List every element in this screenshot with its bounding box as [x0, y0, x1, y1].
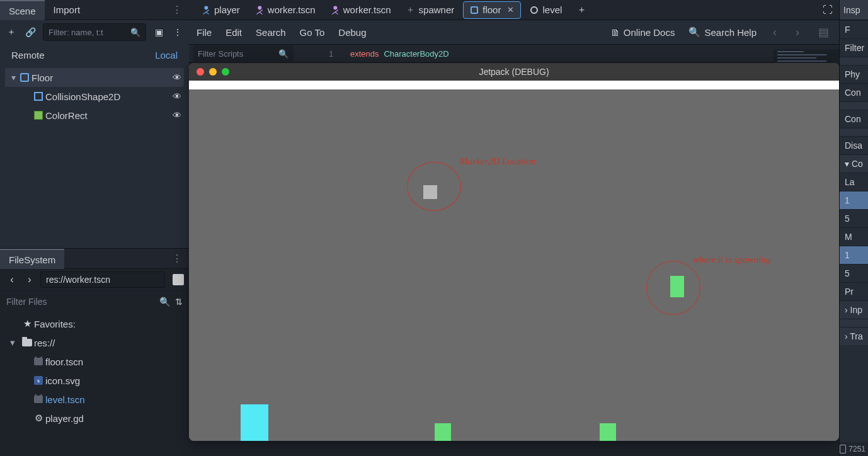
scene-filter-input[interactable]: Filter: name, t:t 🔍	[43, 23, 146, 41]
scene-tree: ▾Floor👁CollisionShape2D👁ColorRect👁	[0, 66, 189, 248]
local-tab[interactable]: Local	[155, 50, 178, 60]
nav-forward-icon[interactable]: ›	[23, 274, 37, 285]
code-class: CharacterBody2D	[384, 49, 448, 59]
filesystem-item[interactable]: level.tscn	[5, 390, 189, 409]
inspector-row[interactable]: 5	[840, 264, 868, 282]
scene-tab-item[interactable]: worker.tscn	[324, 1, 397, 19]
filesystem-item[interactable]: Favorites:	[5, 314, 189, 333]
scene-tab-item[interactable]: spawner	[400, 1, 461, 19]
inspector-row[interactable]: 1	[840, 246, 868, 264]
file-filter-input[interactable]: Filter Files	[6, 297, 154, 307]
file-preview-thumb	[173, 274, 184, 285]
scene-tab-item[interactable]: player	[195, 1, 246, 19]
status-bar: 7251	[840, 442, 868, 456]
file-label: level.tscn	[45, 394, 85, 405]
scene-dock-menu-icon[interactable]: ⋮	[166, 4, 189, 16]
chevron-down-icon[interactable]: ▾	[10, 337, 20, 348]
remote-tab[interactable]: Remote	[11, 50, 45, 60]
menu-edit[interactable]: Edit	[226, 27, 242, 38]
visibility-toggle-icon[interactable]: 👁	[170, 91, 184, 101]
inspector-row[interactable]: Con	[840, 110, 868, 128]
inspector-row[interactable]: › Inp	[840, 300, 868, 319]
player-sprite	[241, 404, 268, 441]
menu-file[interactable]: File	[197, 27, 212, 38]
annotation-circle	[646, 261, 700, 315]
search-icon: 🔍	[688, 26, 700, 38]
menu-debug[interactable]: Debug	[338, 27, 366, 38]
filesystem-item[interactable]: floor.tscn	[5, 352, 189, 371]
annotation-text: where it is spawning	[693, 254, 770, 265]
svg-file-icon: s	[34, 376, 43, 385]
inspector-row[interactable]: 1	[840, 191, 868, 209]
visibility-toggle-icon[interactable]: 👁	[170, 110, 184, 120]
inspector-row[interactable]: Phy	[840, 65, 868, 83]
scene-tab[interactable]: Scene	[0, 0, 45, 20]
scene-more-icon[interactable]: ⋮	[171, 26, 184, 38]
character-icon	[331, 6, 339, 14]
search-help-link[interactable]: 🔍Search Help	[688, 26, 757, 38]
close-tab-icon[interactable]: ✕	[507, 5, 514, 14]
attach-script-icon[interactable]: ▣	[152, 26, 165, 38]
inspector-row[interactable]: La	[840, 173, 868, 191]
import-tab[interactable]: Import	[45, 0, 89, 20]
filesystem-menu-icon[interactable]: ⋮	[166, 253, 189, 265]
scene-tab-item[interactable]: level	[523, 1, 568, 19]
history-forward-icon[interactable]: ›	[793, 26, 802, 39]
sort-icon[interactable]: ⇅	[175, 297, 183, 307]
inspector-row	[840, 128, 868, 136]
online-docs-label: Online Docs	[624, 27, 675, 38]
code-editor[interactable]: 1 extends CharacterBody2D	[294, 49, 839, 59]
add-tab-button[interactable]: ＋	[571, 1, 593, 19]
game-titlebar[interactable]: Jetpack (DEBUG)	[189, 63, 839, 81]
menu-search[interactable]: Search	[256, 27, 286, 38]
scene-tree-node[interactable]: ColorRect👁	[5, 106, 184, 125]
tab-label: worker.tscn	[268, 4, 316, 15]
inspector-row[interactable]: Pr	[840, 282, 868, 300]
scene-tab-item[interactable]: worker.tscn	[249, 1, 322, 19]
menu-goto[interactable]: Go To	[300, 27, 325, 38]
file-label: floor.tscn	[45, 356, 83, 367]
add-node-icon[interactable]: ＋	[5, 26, 18, 38]
inspector-row	[840, 57, 868, 65]
history-back-icon[interactable]: ‹	[770, 26, 779, 39]
visibility-toggle-icon[interactable]: 👁	[170, 72, 184, 83]
annotation-circle	[407, 162, 461, 211]
distraction-free-icon[interactable]	[823, 4, 833, 16]
inspector-row[interactable]: ▾ Co	[840, 154, 868, 173]
online-docs-link[interactable]: 🗎Online Docs	[610, 27, 675, 38]
inspector-row[interactable]: Con	[840, 83, 868, 101]
doc-icon	[840, 445, 846, 453]
inspector-row[interactable]: Filter	[840, 38, 868, 57]
script-filter-input[interactable]: Filter Scripts 🔍	[193, 45, 294, 62]
inspector-row[interactable]: F	[840, 20, 868, 38]
path-input[interactable]: res://worker.tscn	[40, 271, 165, 288]
node-icon	[471, 6, 478, 14]
inspector-row	[840, 319, 868, 327]
scene-tab-item[interactable]: floor✕	[463, 1, 521, 19]
node-icon	[530, 6, 538, 14]
tab-label: spawner	[419, 4, 455, 15]
scene-tabs: playerworker.tscnworker.tscnspawnerfloor…	[189, 0, 839, 20]
worker-sprite	[435, 423, 451, 441]
scene-dock-header: Scene Import ⋮	[0, 0, 189, 20]
chevron-down-icon[interactable]: ▾	[9, 72, 18, 83]
scene-tree-node[interactable]: CollisionShape2D👁	[5, 87, 184, 106]
panels-icon[interactable]: ▤	[816, 25, 831, 39]
nav-back-icon[interactable]: ‹	[5, 274, 19, 285]
inspector-row[interactable]: Disa	[840, 136, 868, 154]
inspector-row[interactable]: M	[840, 227, 868, 246]
inspector-row[interactable]: › Tra	[840, 327, 868, 345]
filesystem-item[interactable]: ▾res://	[5, 333, 189, 352]
instance-scene-icon[interactable]: 🔗	[24, 26, 37, 38]
search-icon[interactable]: 🔍	[159, 297, 170, 307]
inspector-row[interactable]: 5	[840, 209, 868, 227]
node-icon	[20, 73, 29, 82]
scene-tree-node[interactable]: ▾Floor👁	[5, 68, 184, 87]
filesystem-item[interactable]: sicon.svg	[5, 371, 189, 390]
game-debug-window: Jetpack (DEBUG) Marker2D Location where …	[189, 63, 839, 441]
inspector-row	[840, 101, 868, 110]
game-window-title: Jetpack (DEBUG)	[189, 67, 839, 77]
filesystem-item[interactable]: player.gd	[5, 409, 189, 428]
filesystem-tab[interactable]: FileSystem	[0, 249, 64, 269]
inspector-tab[interactable]: Insp	[840, 0, 868, 20]
